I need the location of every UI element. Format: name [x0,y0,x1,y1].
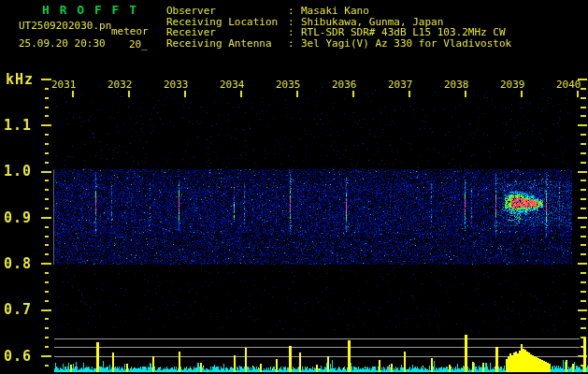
app-title: H R O F F T [42,3,138,17]
counter-label: 20_ [129,38,148,50]
info-label: Receiving Antenna [166,37,272,50]
y-axis-tick-label: 0.7 [4,301,32,318]
info-row-receiver: Receiver : RTL-SDR SDR# 43dB L15 103.2MH… [166,26,192,36]
info-row-antenna: Receiving Antenna : 3el Yagi(V) Az 330 f… [166,37,192,48]
x-axis-tick-label: 2034 [220,79,245,91]
y-axis-tick-label: 1.0 [4,163,32,180]
x-axis-tick-label: 2035 [276,79,301,91]
info-separator: : [288,37,294,50]
x-axis-tick-label: 2032 [108,79,133,91]
y-axis-tick-label: 0.9 [4,209,32,226]
band-label: meteor [111,25,149,37]
info-row-location: Receiving Location : Shibukawa, Gunma, J… [166,16,192,26]
y-axis-tick-label: 0.6 [4,348,32,365]
hrofft-window: H R O F F T UT2509202030.pn meteor 25.09… [0,0,588,374]
x-axis-tick-label: 2031 [51,79,77,91]
info-row-observer: Observer : Masaki Kano [166,5,192,15]
y-axis-tick-label: 0.8 [4,255,32,272]
x-axis-tick-label: 2038 [444,79,469,91]
x-axis-tick-label: 2037 [388,79,413,91]
datetime-label: 25.09.20 20:30 [19,37,106,50]
x-axis-tick-label: 2039 [500,79,525,91]
spectrogram-canvas [0,0,588,374]
filename-label: UT2509202030.pn [19,20,111,32]
x-axis-tick-label: 2033 [164,79,189,91]
y-axis-unit-label: kHz [6,71,34,88]
y-axis-tick-label: 1.1 [4,117,32,134]
x-axis-tick-label: 2036 [332,79,357,91]
x-axis-tick-label: 2040 [556,79,581,91]
info-value: 3el Yagi(V) Az 330 for Vladivostok [301,37,511,50]
